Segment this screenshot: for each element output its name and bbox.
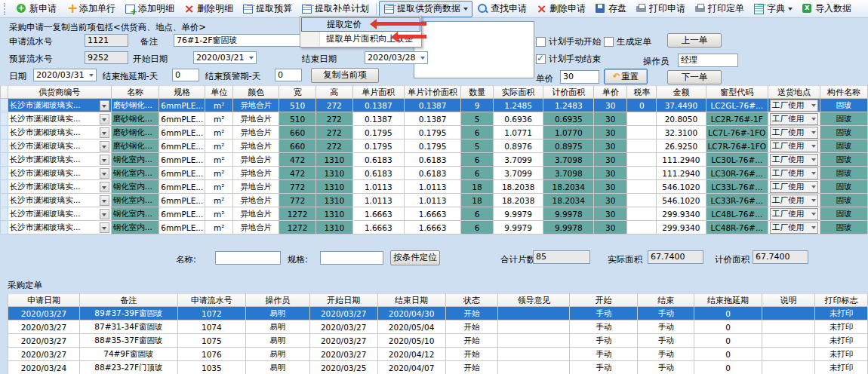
cell-operator[interactable]: 易明 xyxy=(245,361,309,374)
menu-item-round-up-area[interactable]: 提取单片面积向上取整 xyxy=(301,32,420,46)
filter-spec-input[interactable] xyxy=(320,251,383,265)
cell-delivery[interactable]: 工厂使用 xyxy=(768,207,820,221)
column-header-note[interactable]: 说明 xyxy=(762,294,815,307)
chevron-down-icon[interactable] xyxy=(100,195,109,206)
cell-unit[interactable]: m² xyxy=(205,207,233,221)
cell-apply-no[interactable]: 1072 xyxy=(177,307,245,320)
cell-name[interactable]: 钢化室内... xyxy=(111,180,159,194)
cell-height[interactable]: 272 xyxy=(315,126,352,139)
cell-piece-area[interactable]: 0.6183 xyxy=(352,167,404,180)
chevron-down-icon[interactable] xyxy=(811,226,816,231)
cell-print-flag[interactable]: 未打印 xyxy=(814,334,867,348)
description-textarea[interactable] xyxy=(414,21,534,78)
cell-qty[interactable]: 18 xyxy=(461,194,494,207)
cell-window-code[interactable]: LC30R-76#... xyxy=(706,167,768,180)
chevron-down-icon[interactable] xyxy=(811,158,816,164)
cell-qty[interactable]: 6 xyxy=(461,167,494,180)
cell-spec[interactable]: 6mmPLE... xyxy=(159,167,205,180)
toolbar-button-4[interactable]: 提取预算 xyxy=(238,1,297,17)
cell-window-code[interactable]: LC33R-76#... xyxy=(706,194,768,207)
column-header-apply-no[interactable]: 申请流水号 xyxy=(177,294,245,307)
cell-name[interactable]: 钢化室内... xyxy=(111,207,159,221)
cell-delivery[interactable]: 工厂使用 xyxy=(768,221,820,235)
row-selector-gutter[interactable] xyxy=(1,221,8,235)
cell-unit-price[interactable]: 30 xyxy=(594,180,627,194)
table-row[interactable]: 2020/03/2774#9F窗固玻1076易明2020/03/272020/0… xyxy=(8,348,868,361)
cell-supplier[interactable]: 长沙市潇湘玻璃实... xyxy=(8,126,111,139)
cell-amount[interactable]: 299.9340 xyxy=(657,221,706,235)
column-header-unit[interactable]: 单位 xyxy=(205,86,233,99)
column-header-end[interactable]: 结束 xyxy=(638,294,694,307)
cell-height[interactable]: 272 xyxy=(315,112,352,126)
cell-supplier[interactable]: 长沙市潇湘玻璃实... xyxy=(8,167,111,180)
cell-tax-rate[interactable] xyxy=(627,207,657,221)
cell-amount[interactable]: 546.1020 xyxy=(657,194,706,207)
toolbar-button-3[interactable]: 删除明细 xyxy=(179,1,238,17)
cell-qty[interactable]: 6 xyxy=(461,207,494,221)
cell-piece-priced-area[interactable]: 1.6663 xyxy=(404,221,460,235)
cell-end[interactable]: 手动 xyxy=(638,320,694,334)
cell-spec[interactable]: 6mmPLE... xyxy=(159,180,205,194)
delivery-dropdown[interactable]: 工厂使用 xyxy=(770,140,818,152)
cell-status[interactable]: 开始 xyxy=(445,320,498,334)
column-header-actual-area[interactable]: 实际面积 xyxy=(493,86,543,99)
table-row[interactable]: 长沙市潇湘玻璃实...钢化室内...6mmPLE...m²异地合片7721310… xyxy=(1,180,868,194)
table-row[interactable]: 长沙市潇湘玻璃实...钢化室内...6mmPLE...m²异地合片4721310… xyxy=(1,153,868,167)
cell-remark[interactable]: 88#23-27F门顶玻 xyxy=(79,361,177,374)
cell-priced-area[interactable]: 18.2034 xyxy=(543,194,594,207)
cell-apply-date[interactable]: 2020/03/27 xyxy=(8,348,80,361)
cell-remark[interactable]: 89#37-39F窗固玻 xyxy=(79,307,177,320)
cell-start-date[interactable]: 2020/03/27 xyxy=(309,320,377,334)
cell-height[interactable]: 272 xyxy=(315,99,352,112)
checkbox-icon[interactable] xyxy=(536,37,546,47)
cell-end-date[interactable]: 2020/05/10 xyxy=(377,334,445,348)
cell-remark[interactable]: 87#31-34F窗固玻 xyxy=(79,320,177,334)
cell-priced-area[interactable]: 1.0770 xyxy=(543,126,594,139)
filter-name-input[interactable] xyxy=(215,251,281,265)
column-header-start[interactable]: 开始 xyxy=(570,294,638,307)
cell-component[interactable]: 固玻 xyxy=(820,221,868,235)
cell-piece-area[interactable]: 0.1795 xyxy=(352,139,404,153)
cell-apply-no[interactable]: 1075 xyxy=(177,334,245,348)
table-row[interactable]: 2020/03/2787#31-34F窗固玻1074易明2020/03/2720… xyxy=(8,320,868,334)
chevron-down-icon[interactable] xyxy=(811,199,816,204)
cell-color[interactable]: 异地合片 xyxy=(233,180,279,194)
cell-tax-rate[interactable] xyxy=(627,221,657,235)
cell-qty[interactable]: 18 xyxy=(461,180,494,194)
cell-color[interactable]: 异地合片 xyxy=(233,139,279,153)
cell-piece-area[interactable]: 0.1387 xyxy=(352,99,404,112)
cell-width[interactable]: 510 xyxy=(279,99,316,112)
chevron-down-icon[interactable] xyxy=(100,114,109,124)
cell-supplier[interactable]: 长沙市潇湘玻璃实... xyxy=(8,99,111,112)
cell-actual-area[interactable]: 18.2038 xyxy=(493,180,543,194)
cell-end-delay[interactable]: 0 xyxy=(694,361,762,374)
cell-color[interactable]: 异地合片 xyxy=(233,207,279,221)
cell-start-date[interactable]: 2020/03/25 xyxy=(309,361,377,374)
cell-unit[interactable]: m² xyxy=(205,194,233,207)
cell-priced-area[interactable]: 9.9978 xyxy=(543,207,594,221)
cell-spec[interactable]: 6mmPLE... xyxy=(159,153,205,167)
table-row[interactable]: 长沙市潇湘玻璃实...磨砂钢化...6mmPLE...m²异地合片5102720… xyxy=(1,99,868,112)
cell-end-delay[interactable]: 0 xyxy=(694,334,762,348)
cell-unit-price[interactable]: 30 xyxy=(594,112,627,126)
cell-leader-opinion[interactable] xyxy=(498,361,570,374)
delivery-dropdown[interactable]: 工厂使用 xyxy=(770,127,818,139)
cell-unit[interactable]: m² xyxy=(205,139,233,153)
cell-height[interactable]: 1310 xyxy=(315,180,352,194)
cell-status[interactable]: 开始 xyxy=(445,361,498,374)
table-row[interactable]: 长沙市潇湘玻璃实...钢化室内...6mmPLE...m²异地合片4721310… xyxy=(1,167,868,180)
cell-amount[interactable]: 546.1020 xyxy=(657,180,706,194)
cell-window-code[interactable]: LC7R-76#-1FO xyxy=(706,139,768,153)
chevron-down-icon[interactable] xyxy=(100,222,109,233)
cell-print-flag[interactable]: 未打印 xyxy=(814,361,867,374)
column-header-priced-area[interactable]: 计价面积 xyxy=(543,86,594,99)
cell-qty[interactable]: 6 xyxy=(461,153,494,167)
cell-qty[interactable]: 6 xyxy=(461,221,494,235)
cell-actual-area[interactable]: 3.7099 xyxy=(493,167,543,180)
cell-unit[interactable]: m² xyxy=(205,167,233,180)
generate-order-checkbox[interactable]: 生成定单 xyxy=(604,36,651,48)
cell-priced-area[interactable]: 9.9978 xyxy=(543,221,594,235)
column-header-height[interactable]: 高 xyxy=(315,86,352,99)
cell-delivery[interactable]: 工厂使用 xyxy=(768,139,820,153)
cell-unit[interactable]: m² xyxy=(205,180,233,194)
